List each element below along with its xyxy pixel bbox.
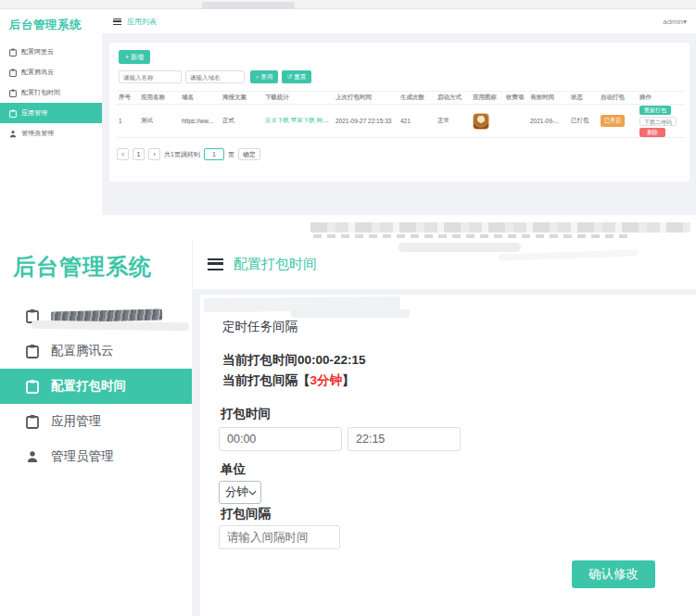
sidebar-item-label: 配置打包时间 xyxy=(51,378,126,395)
col-header: 启动方式 xyxy=(436,94,471,102)
col-header: 序号 xyxy=(117,94,139,102)
chevron-down-icon xyxy=(248,490,257,496)
page-title: 配置打包时间 xyxy=(234,256,317,273)
top-user-dropdown[interactable]: admin▾ xyxy=(663,18,687,26)
hamburger-icon[interactable] xyxy=(208,258,223,270)
bottom-sidebar-item-tencent-cloud[interactable]: 配置腾讯云 xyxy=(0,333,192,369)
pack-interval-input[interactable] xyxy=(219,525,340,549)
bottom-app-title: 后台管理系统 xyxy=(0,239,192,282)
top-admin-window: 后台管理系统 配置阿里云 配置腾讯云 配置打包时间 应用管理 xyxy=(0,9,696,215)
person-icon xyxy=(9,130,17,138)
pack-time-start-input[interactable] xyxy=(219,427,342,451)
cell-index: 1 xyxy=(117,118,139,124)
top-sidebar-item-pack-time[interactable]: 配置打包时间 xyxy=(0,82,102,103)
reset-icon: ↺ xyxy=(287,73,292,81)
redaction-blob xyxy=(291,309,410,318)
browser-tab xyxy=(202,2,295,9)
bottom-admin-window: 后台管理系统 配置腾讯云 配置打包时间 应用管理 xyxy=(0,239,696,616)
sidebar-item-label: 配置腾讯云 xyxy=(51,343,114,359)
clipboard-icon xyxy=(9,89,17,97)
screen: 后台管理系统 配置阿里云 配置腾讯云 配置打包时间 应用管理 xyxy=(0,0,696,616)
col-header: 操作 xyxy=(638,94,684,102)
top-header-bar: 应用列表 admin▾ xyxy=(102,9,696,33)
person-icon xyxy=(26,450,39,463)
auto-pack-badge[interactable]: 已开启 xyxy=(601,115,625,127)
sidebar-item-label: 应用管理 xyxy=(51,413,101,430)
add-button[interactable]: + 新增 xyxy=(119,50,150,64)
unit-select-value: 分钟 xyxy=(225,484,248,500)
top-main-area: 应用列表 admin▾ + 新增 ⌕ 查询 ↺ 重置 xyxy=(102,9,696,215)
bottom-header-bar: 配置打包时间 xyxy=(193,239,696,289)
bottom-main-area: 配置打包时间 定时任务间隔 当前打包时间00:00-22:15 当前打包间隔【3… xyxy=(193,239,696,616)
bottom-sidebar-nav: 配置腾讯云 配置打包时间 应用管理 管理员管理 xyxy=(0,298,192,474)
confirm-modify-button[interactable]: 确认修改 xyxy=(572,560,655,588)
row-actions: 重新打包 下载二维码 删除 xyxy=(639,106,682,137)
top-content-area: + 新增 ⌕ 查询 ↺ 重置 序号 应用名称 xyxy=(102,33,696,215)
apps-table: 序号 应用名称 域名 海报文案 下载统计 上次打包时间 生成次数 启动方式 应用… xyxy=(117,91,684,138)
current-interval-value: 3分钟 xyxy=(310,373,343,387)
top-sidebar-item-label: 配置打包时间 xyxy=(21,88,60,97)
clipboard-icon xyxy=(26,344,39,358)
next-page-button[interactable]: › xyxy=(148,148,160,160)
col-header: 生成次数 xyxy=(399,94,436,102)
sidebar-item-label: 管理员管理 xyxy=(51,448,114,465)
search-icon: ⌕ xyxy=(256,73,259,81)
bottom-sidebar-item-app-management[interactable]: 应用管理 xyxy=(0,404,192,439)
col-header: 下载统计 xyxy=(263,94,334,102)
pack-time-end-input[interactable] xyxy=(348,427,461,451)
top-breadcrumb: 应用列表 xyxy=(127,17,157,27)
cell-launch-mode: 正常 xyxy=(436,117,471,125)
top-sidebar-item-aliyun[interactable]: 配置阿里云 xyxy=(0,42,102,62)
top-sidebar-item-app-management[interactable]: 应用管理 xyxy=(0,103,102,123)
redaction-smear xyxy=(32,321,189,331)
col-header: 收费项 xyxy=(504,94,528,102)
col-header: 应用图标 xyxy=(471,94,504,102)
bottom-sidebar-item-pack-time[interactable]: 配置打包时间 xyxy=(0,369,192,404)
bottom-sidebar-item-admin-management[interactable]: 管理员管理 xyxy=(0,439,192,474)
col-header: 状态 xyxy=(569,94,599,102)
current-pack-time-text: 当前打包时间00:00-22:15 xyxy=(222,352,366,369)
clipboard-icon xyxy=(26,414,39,429)
bottom-content-area: 定时任务间隔 当前打包时间00:00-22:15 当前打包间隔【3分钟】 打包时… xyxy=(193,289,696,616)
top-sidebar-item-admin-management[interactable]: 管理员管理 xyxy=(0,123,102,144)
pagination-info: 共1页跳转到 xyxy=(164,150,200,159)
col-header: 自动打包 xyxy=(599,94,638,102)
pagination: ‹ 1 › 共1页跳转到 页 确定 xyxy=(117,148,260,160)
pack-time-label: 打包时间 xyxy=(221,406,271,422)
cell-poster: 正式 xyxy=(221,117,263,125)
clipboard-icon xyxy=(9,69,17,77)
top-app-title: 后台管理系统 xyxy=(0,9,102,33)
top-sidebar-item-tencent-cloud[interactable]: 配置腾讯云 xyxy=(0,62,102,82)
pack-time-panel: 定时任务间隔 当前打包时间00:00-22:15 当前打包间隔【3分钟】 打包时… xyxy=(200,295,696,616)
section-title: 定时任务间隔 xyxy=(222,319,297,335)
col-header: 海报文案 xyxy=(221,94,263,102)
prev-page-button[interactable]: ‹ xyxy=(117,148,129,160)
col-header: 域名 xyxy=(180,94,221,102)
pack-interval-label: 打包间隔 xyxy=(221,506,271,522)
page-jump-confirm-button[interactable]: 确定 xyxy=(238,148,260,160)
search-button[interactable]: ⌕ 查询 xyxy=(250,70,278,83)
page-jump-input[interactable] xyxy=(204,148,224,160)
hamburger-icon[interactable] xyxy=(113,19,121,25)
download-stats-links[interactable]: 安卓下载 苹果下载 网页下载 xyxy=(265,117,334,123)
top-sidebar-item-label: 配置阿里云 xyxy=(21,47,54,57)
page-1-button[interactable]: 1 xyxy=(133,148,145,160)
table-header-row: 序号 应用名称 域名 海报文案 下载统计 上次打包时间 生成次数 启动方式 应用… xyxy=(117,91,684,105)
reset-button[interactable]: ↺ 重置 xyxy=(282,70,311,83)
delete-button[interactable]: 删除 xyxy=(639,128,665,137)
unit-select[interactable]: 分钟 xyxy=(219,481,261,504)
browser-chrome-strip xyxy=(0,0,696,9)
top-sidebar-item-label: 配置腾讯云 xyxy=(21,68,54,77)
cell-app-name: 测试 xyxy=(139,117,180,125)
redacted-watermark-strip xyxy=(310,222,690,233)
bottom-sidebar: 后台管理系统 配置腾讯云 配置打包时间 应用管理 xyxy=(0,239,193,616)
col-header: 有效时间 xyxy=(528,94,569,102)
redaction-blob xyxy=(399,243,521,252)
name-search-input[interactable] xyxy=(119,70,182,83)
download-qrcode-button[interactable]: 下载二维码 xyxy=(639,117,677,126)
bottom-sidebar-item-redacted[interactable] xyxy=(0,298,192,333)
top-sidebar-item-label: 应用管理 xyxy=(21,108,47,118)
domain-search-input[interactable] xyxy=(185,70,245,83)
repack-button[interactable]: 重新打包 xyxy=(639,106,671,115)
redaction-blob xyxy=(499,249,638,260)
